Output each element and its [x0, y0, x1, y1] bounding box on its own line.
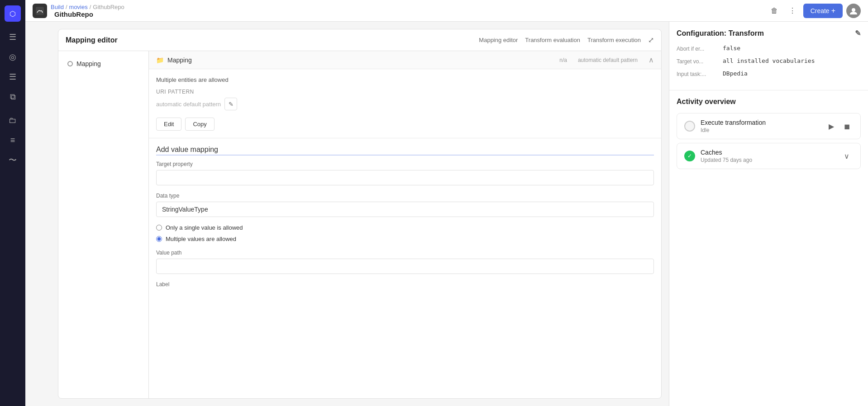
execute-transformation-status	[684, 121, 695, 132]
mapping-section-name: Mapping	[167, 57, 192, 64]
add-value-title: Add value mapping	[156, 146, 654, 154]
execute-transformation-info: Execute transformation Idle	[701, 119, 820, 133]
uri-pattern-text: automatic default pattern	[156, 101, 221, 108]
uri-pattern-label: URI pattern	[156, 89, 654, 95]
config-key-0: Abort if er...	[677, 45, 717, 52]
single-value-option[interactable]: Only a single value is allowed	[156, 224, 654, 231]
breadcrumb-movies[interactable]: movies	[69, 4, 88, 10]
mapping-folder-icon: 📁	[156, 57, 164, 64]
mapping-dot-icon	[67, 61, 73, 66]
more-options-button[interactable]: ⋮	[785, 4, 800, 18]
data-type-group: Data type	[156, 193, 654, 217]
single-value-radio[interactable]	[156, 225, 162, 231]
value-path-input[interactable]	[156, 259, 654, 274]
breadcrumb-sep1: /	[66, 4, 67, 10]
sidebar-item-activity[interactable]: ◎	[5, 49, 21, 65]
app-logo[interactable]: ⬡	[5, 5, 21, 22]
single-value-label: Only a single value is allowed	[166, 224, 243, 231]
mapping-sidebar-label: Mapping	[76, 60, 101, 67]
edit-button[interactable]: Edit	[156, 118, 181, 131]
sidebar-item-lines[interactable]: ≡	[5, 132, 21, 148]
create-plus-icon: +	[831, 7, 835, 15]
page-title: GithubRepo	[54, 10, 124, 18]
mapping-section-left: 📁 Mapping	[156, 57, 192, 64]
sidebar-item-hamburger[interactable]: ☰	[5, 29, 21, 45]
caches-expand-button[interactable]: ∨	[840, 150, 853, 162]
activity-section: Activity overview Execute transformation…	[669, 90, 868, 180]
sidebar-item-layers[interactable]: ⧉	[5, 89, 21, 105]
multiple-value-radio[interactable]	[156, 236, 162, 242]
config-title: Configuration: Transform ✎	[677, 29, 861, 38]
config-key-2: Input task:...	[677, 70, 717, 77]
value-count-radio-group: Only a single value is allowed Multiple …	[156, 224, 654, 242]
value-path-group: Value path	[156, 250, 654, 274]
config-title-text: Configuration: Transform	[677, 29, 764, 38]
editor-header: Mapping editor Mapping editor Transform …	[58, 29, 661, 51]
mapping-sidebar-item[interactable]: Mapping	[64, 57, 143, 71]
mapping-meta-na: n/a	[559, 57, 567, 63]
add-value-section: Add value mapping Target property Data t…	[149, 138, 661, 302]
config-row-0: Abort if er... false	[677, 45, 861, 52]
avatar[interactable]	[846, 4, 861, 18]
tab-transform-execution[interactable]: Transform execution	[587, 35, 641, 45]
target-property-label: Target property	[156, 161, 654, 167]
delete-button[interactable]: 🗑	[767, 4, 782, 18]
data-type-input[interactable]	[156, 202, 654, 217]
sidebar: ⬡ ☰ ◎ ☰ ⧉ 🗀 ≡ 〜	[0, 0, 25, 406]
editor-body: Mapping 📁 Mapping n/a automatic default …	[58, 51, 661, 398]
execute-stop-button[interactable]: ◼	[840, 120, 853, 132]
uri-pattern-edit-button[interactable]: ✎	[224, 98, 237, 110]
label-label: Label	[156, 281, 654, 288]
label-group: Label	[156, 281, 654, 288]
breadcrumb-build[interactable]: Build	[51, 4, 64, 10]
editor-title: Mapping editor	[66, 36, 118, 44]
value-path-label: Value path	[156, 250, 654, 256]
caches-info: Caches Updated 75 days ago	[701, 149, 835, 163]
execute-play-button[interactable]: ▶	[825, 120, 838, 132]
copy-button[interactable]: Copy	[185, 118, 214, 131]
multiple-value-option[interactable]: Multiple values are allowed	[156, 236, 654, 242]
mapping-content-body: Multiple entities are allowed URI patter…	[149, 69, 661, 138]
breadcrumb: Build / movies / GithubRepo GithubRepo	[51, 4, 124, 18]
target-property-input[interactable]	[156, 170, 654, 185]
sidebar-item-pulse[interactable]: 〜	[5, 152, 21, 168]
topbar-actions: 🗑 ⋮ Create +	[767, 4, 861, 18]
multiple-entities-label: Multiple entities are allowed	[156, 76, 654, 83]
tab-transform-evaluation[interactable]: Transform evaluation	[525, 35, 580, 45]
logo-icon: ⬡	[10, 9, 16, 18]
config-row-1: Target vo... all installed vocabularies	[677, 57, 861, 65]
execute-transformation-actions: ▶ ◼	[825, 120, 853, 132]
config-key-1: Target vo...	[677, 57, 717, 65]
config-row-2: Input task:... DBpedia	[677, 70, 861, 77]
mapping-action-buttons: Edit Copy	[156, 118, 654, 131]
editor-content: 📁 Mapping n/a automatic default pattern …	[149, 51, 661, 398]
target-property-group: Target property	[156, 161, 654, 185]
right-panel: Configuration: Transform ✎ Abort if er..…	[669, 22, 868, 406]
topbar-left: Build / movies / GithubRepo GithubRepo	[33, 4, 124, 18]
config-value-2: DBpedia	[723, 70, 748, 77]
create-button[interactable]: Create +	[803, 4, 843, 18]
caches-item: ✓ Caches Updated 75 days ago ∨	[677, 143, 861, 169]
mapping-items-sidebar: Mapping	[58, 51, 149, 398]
mapping-editor-card: Mapping editor Mapping editor Transform …	[58, 29, 662, 399]
mapping-section-header: 📁 Mapping n/a automatic default pattern …	[149, 51, 661, 69]
execute-transformation-item: Execute transformation Idle ▶ ◼	[677, 113, 861, 139]
activity-title: Activity overview	[677, 98, 861, 106]
mapping-meta: n/a automatic default pattern ∧	[559, 56, 654, 64]
sidebar-item-folder[interactable]: 🗀	[5, 112, 21, 128]
mapping-collapse-icon[interactable]: ∧	[649, 56, 654, 64]
topbar-logo	[33, 4, 47, 18]
execute-transformation-name: Execute transformation	[701, 119, 820, 126]
caches-sub: Updated 75 days ago	[701, 157, 835, 163]
tab-mapping-editor[interactable]: Mapping editor	[479, 35, 518, 45]
multiple-value-label: Multiple values are allowed	[166, 236, 236, 242]
breadcrumb-sep2: /	[90, 4, 91, 10]
config-edit-button[interactable]: ✎	[855, 29, 861, 38]
create-label: Create	[811, 7, 830, 14]
data-type-label: Data type	[156, 193, 654, 199]
left-panel: Mapping editor Mapping editor Transform …	[51, 22, 669, 406]
config-section: Configuration: Transform ✎ Abort if er..…	[669, 22, 868, 90]
sidebar-item-list[interactable]: ☰	[5, 69, 21, 85]
expand-icon[interactable]: ⤢	[648, 36, 654, 44]
caches-name: Caches	[701, 149, 835, 156]
